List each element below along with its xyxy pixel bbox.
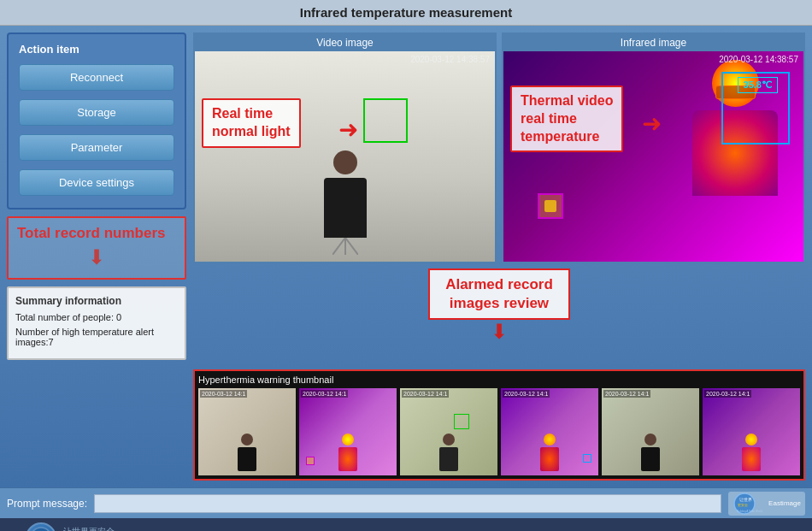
total-record-label: Total record numbers: [17, 225, 176, 242]
thermal-scene: 35.8℃: [503, 51, 803, 262]
thumb-timestamp-6: 2020-03-12 14:1: [704, 390, 751, 398]
cam-tripod: [332, 238, 358, 255]
alarmed-label-line2: images review: [450, 295, 549, 311]
action-item-box: Action item Reconnect Storage Parameter …: [7, 32, 186, 209]
thumb-fig-5: [641, 434, 660, 471]
annotation-arrow-thermal: ➜: [642, 109, 662, 138]
storage-button[interactable]: Storage: [19, 99, 174, 126]
alert-count-row: Number of high temperature alert images:…: [15, 327, 178, 347]
thumb-fig-4: [540, 434, 559, 471]
brand-line1: 让世界更安全: [63, 526, 148, 532]
thumb-1[interactable]: 2020-03-12 14:1: [198, 388, 296, 475]
main-content: Action item Reconnect Storage Parameter …: [0, 26, 812, 487]
alert-value: 7: [49, 337, 54, 347]
alarmed-annotation-box: Alarmed record images review: [428, 268, 570, 320]
thermal-detection-box: [721, 72, 790, 145]
alarmed-label-line1: Alarmed record: [445, 276, 553, 292]
people-count-row: Total number of people: 0: [15, 312, 178, 322]
cam-head: [333, 150, 357, 174]
device-settings-button[interactable]: Device settings: [19, 169, 174, 196]
left-panel: Action item Reconnect Storage Parameter …: [7, 32, 186, 481]
action-item-title: Action item: [19, 43, 174, 56]
cam-figure: [320, 150, 371, 253]
thumbnails-row: 2020-03-12 14:1 2020-03-12 14:1: [198, 388, 800, 475]
thumb-fig-6: [742, 434, 761, 471]
prompt-label: Prompt message:: [7, 498, 87, 510]
people-value: 0: [114, 312, 121, 322]
thermal-small-box: [538, 193, 563, 219]
infrared-image-box: Infrared image 2020-03-12 14:38:57: [502, 32, 805, 263]
right-panel: Video image 2020-03-12 14:38:57: [193, 32, 805, 481]
thumb-timestamp-4: 2020-03-12 14:1: [503, 390, 550, 398]
app-title: Infrared temperature measurement: [300, 5, 512, 20]
svg-line-1: [345, 238, 358, 255]
prompt-bar: Prompt message: 让世界 更安全 Building A Safer…: [0, 487, 812, 518]
thumb-3-box: [454, 414, 469, 429]
summary-box: Summary information Total number of peop…: [7, 286, 186, 360]
thumb-6[interactable]: 2020-03-12 14:1: [703, 388, 800, 475]
detection-box: [363, 98, 408, 143]
svg-text:让世界: 让世界: [739, 497, 752, 502]
video-image-header: Video image: [195, 34, 495, 51]
svg-point-7: [31, 528, 51, 532]
cam-body: [324, 178, 367, 238]
logo-circle: 让世界 更安全: [26, 522, 56, 532]
thumb-fig-1: [238, 434, 256, 471]
thumb-4[interactable]: 2020-03-12 14:1: [501, 388, 598, 475]
thumb-2[interactable]: 2020-03-12 14:1: [299, 388, 397, 475]
total-record-box: Total record numbers ⬇: [7, 216, 186, 280]
annotation-normal-light: Real timenormal light: [202, 98, 301, 148]
title-bar: Infrared temperature measurement: [0, 0, 812, 26]
alarmed-arrow-down: ⬇: [491, 320, 508, 344]
infrared-image-header: Infrared image: [503, 34, 803, 51]
thumb-timestamp-3: 2020-03-12 14:1: [402, 390, 449, 398]
footer-brand: 让世界更安全 Building A Safer World: [63, 526, 148, 532]
video-section: Video image 2020-03-12 14:38:57: [193, 32, 805, 263]
video-image-box: Video image 2020-03-12 14:38:57: [193, 32, 497, 263]
annotation-thermal: Thermal videoreal timetemperature: [510, 86, 623, 152]
prompt-input[interactable]: [94, 494, 721, 513]
alert-label: Number of high temperature alert images:: [15, 327, 154, 347]
thumb-3[interactable]: 2020-03-12 14:1: [400, 388, 497, 475]
video-image-content: 2020-03-12 14:38:57: [195, 51, 495, 262]
people-label: Total number of people:: [15, 312, 114, 322]
svg-text:更安全: 更安全: [738, 503, 748, 507]
video-timestamp-right: 2020-03-12 14:38:57: [719, 55, 798, 64]
thumbnails-header: Hyperthermia warning thumbnail: [198, 375, 800, 385]
thumb-5[interactable]: 2020-03-12 14:1: [602, 388, 699, 475]
thumb-4-box: [583, 454, 591, 463]
thumb-timestamp-5: 2020-03-12 14:1: [603, 390, 650, 398]
thumbnails-box: Hyperthermia warning thumbnail 2020-03-1…: [193, 369, 805, 481]
parameter-button[interactable]: Parameter: [19, 134, 174, 161]
footer-logo: 让世界 更安全 让世界更安全 Building A Safer World: [26, 522, 148, 532]
thumb-timestamp-1: 2020-03-12 14:1: [200, 390, 247, 398]
svg-line-0: [332, 238, 345, 255]
cam-scene: [195, 51, 495, 262]
alarmed-annotation-area: Alarmed record images review ⬇: [193, 268, 805, 344]
footer: 让世界 更安全 让世界更安全 Building A Safer World we…: [0, 518, 812, 531]
thumb-fig-2: [338, 434, 357, 471]
annotation-arrow-normal: ➜: [338, 115, 358, 144]
infrared-image-content: 2020-03-12 14:38:57: [503, 51, 803, 262]
total-record-arrow: ⬇: [17, 245, 176, 269]
thumb-fig-3: [439, 434, 458, 471]
eastimage-logo: 让世界 更安全 Building A Safer World Eastimage: [728, 492, 805, 516]
summary-title: Summary information: [15, 295, 178, 307]
thumb-2-box: [306, 457, 315, 465]
svg-text:Building A Safer World: Building A Safer World: [737, 510, 762, 513]
reconnect-button[interactable]: Reconnect: [19, 64, 174, 91]
thumb-timestamp-2: 2020-03-12 14:1: [301, 390, 348, 398]
video-timestamp-left: 2020-03-12 14:38:57: [410, 55, 490, 64]
alarmed-section-wrapper: Alarmed record images review ⬇ Hyperther…: [193, 268, 805, 481]
